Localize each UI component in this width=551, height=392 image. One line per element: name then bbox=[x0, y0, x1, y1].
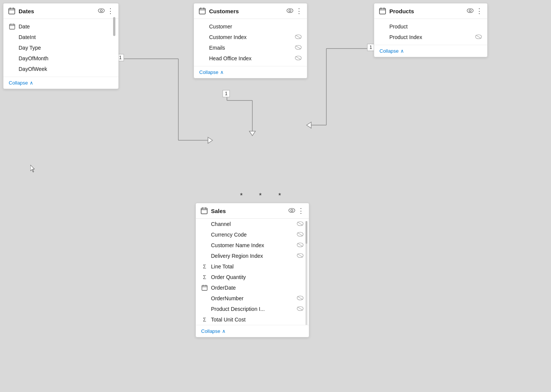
products-collapse[interactable]: Collapse ∧ bbox=[374, 45, 487, 57]
svg-text:*: * bbox=[240, 192, 242, 199]
svg-line-40 bbox=[296, 45, 301, 49]
customers-more-icon[interactable]: ⋮ bbox=[296, 8, 302, 14]
sigma-icon-tuc: Σ bbox=[201, 317, 208, 323]
field-dayofmonth: DayOfMonth bbox=[3, 53, 118, 64]
svg-point-26 bbox=[100, 9, 102, 11]
field-line-total: Σ Line Total bbox=[196, 261, 309, 272]
field-currency-code: Currency Code bbox=[196, 229, 309, 240]
field-line-total-label: Line Total bbox=[211, 263, 304, 270]
field-customer-label: Customer bbox=[209, 24, 302, 30]
calendar-icon bbox=[9, 24, 16, 30]
products-eye-icon[interactable] bbox=[467, 8, 474, 14]
field-currency-code-label: Currency Code bbox=[211, 232, 294, 238]
sigma-icon-order-quantity: Σ bbox=[201, 274, 208, 280]
dates-collapse[interactable]: Collapse ∧ bbox=[3, 77, 118, 89]
products-header: Products ⋮ bbox=[374, 3, 487, 19]
product-desc-hidden-icon bbox=[297, 306, 304, 312]
field-product-desc: Product Description I... bbox=[196, 304, 309, 314]
dates-table-icon bbox=[8, 7, 16, 15]
emails-hidden-icon bbox=[295, 45, 302, 51]
customers-header-icons: ⋮ bbox=[287, 8, 302, 14]
field-product-desc-label: Product Description I... bbox=[211, 306, 294, 312]
svg-text:1: 1 bbox=[119, 55, 122, 60]
field-order-quantity-label: Order Quantity bbox=[211, 274, 304, 280]
customers-table: Customers ⋮ Customer Customer Index bbox=[194, 3, 307, 78]
sales-more-icon[interactable]: ⋮ bbox=[298, 207, 304, 214]
products-body: Product Product Index bbox=[374, 19, 487, 45]
svg-line-50 bbox=[476, 35, 481, 38]
sales-header: Sales ⋮ bbox=[196, 203, 309, 219]
sales-collapse[interactable]: Collapse ∧ bbox=[196, 325, 309, 337]
scrollbar bbox=[113, 17, 115, 36]
sales-collapse-label: Collapse bbox=[201, 328, 220, 334]
field-product-index: Product Index bbox=[374, 32, 487, 42]
sales-collapse-chevron: ∧ bbox=[222, 328, 226, 334]
svg-point-35 bbox=[287, 8, 293, 13]
svg-line-60 bbox=[298, 232, 303, 236]
sales-table-icon bbox=[200, 207, 208, 215]
dates-collapse-label: Collapse bbox=[9, 80, 28, 86]
head-office-hidden-icon bbox=[295, 55, 302, 62]
field-emails-label: Emails bbox=[209, 45, 292, 51]
field-customer-index: Customer Index bbox=[194, 32, 307, 42]
product-index-hidden-icon bbox=[475, 34, 482, 41]
channel-hidden-icon bbox=[297, 221, 304, 227]
svg-line-72 bbox=[298, 307, 303, 310]
products-table: Products ⋮ Product Product Index bbox=[374, 3, 488, 57]
customers-body: Customer Customer Index Emails bbox=[194, 19, 307, 66]
field-orderdate: OrderDate bbox=[196, 282, 309, 293]
customers-header: Customers ⋮ bbox=[194, 3, 307, 19]
sales-scrollbar-thumb bbox=[305, 221, 307, 244]
field-dateint-label: DateInt bbox=[19, 34, 113, 40]
dates-body: Date DateInt Day Type DayOfMonth DayOfWe… bbox=[3, 19, 118, 77]
field-delivery-region-index-label: Delivery Region Index bbox=[211, 253, 294, 259]
svg-point-48 bbox=[469, 9, 471, 11]
customer-name-index-hidden-icon bbox=[297, 242, 304, 249]
field-customer-index-label: Customer Index bbox=[209, 34, 292, 40]
customers-title: Customers bbox=[209, 8, 283, 14]
svg-line-58 bbox=[298, 222, 303, 225]
customers-collapse-label: Collapse bbox=[199, 69, 219, 75]
dates-more-icon[interactable]: ⋮ bbox=[107, 8, 114, 14]
svg-text:1: 1 bbox=[225, 91, 228, 96]
ordernumber-hidden-icon bbox=[297, 295, 304, 302]
dates-collapse-chevron: ∧ bbox=[30, 80, 33, 86]
products-title: Products bbox=[389, 8, 464, 14]
sales-body: Channel Currency Code Customer Name Inde… bbox=[196, 219, 309, 325]
svg-point-55 bbox=[289, 208, 295, 212]
delivery-region-index-hidden-icon bbox=[297, 253, 304, 259]
svg-point-25 bbox=[98, 8, 104, 13]
products-more-icon[interactable]: ⋮ bbox=[476, 8, 483, 14]
sales-header-icons: ⋮ bbox=[288, 207, 304, 214]
sales-eye-icon[interactable] bbox=[288, 208, 295, 214]
field-total-unit-cost-label: Total Unit Cost bbox=[211, 317, 304, 323]
products-collapse-chevron: ∧ bbox=[400, 48, 404, 54]
field-total-unit-cost: Σ Total Unit Cost bbox=[196, 314, 309, 325]
field-customer-name-index: Customer Name Index bbox=[196, 240, 309, 251]
svg-point-47 bbox=[467, 8, 473, 13]
customers-table-icon bbox=[198, 7, 206, 15]
field-dayofmonth-label: DayOfMonth bbox=[19, 55, 113, 61]
sales-title: Sales bbox=[211, 208, 285, 214]
customers-collapse-chevron: ∧ bbox=[220, 69, 224, 75]
field-product-label: Product bbox=[389, 24, 482, 30]
svg-rect-51 bbox=[201, 208, 207, 214]
field-ordernumber-label: OrderNumber bbox=[211, 295, 294, 301]
field-orderdate-label: OrderDate bbox=[211, 285, 304, 291]
dates-table: Dates ⋮ Date bbox=[3, 3, 119, 89]
calendar-icon-orderdate bbox=[201, 285, 208, 291]
svg-rect-31 bbox=[199, 8, 205, 14]
field-channel-label: Channel bbox=[211, 221, 294, 227]
field-delivery-region-index: Delivery Region Index bbox=[196, 251, 309, 261]
field-dayofweek: DayOfWeek bbox=[3, 64, 118, 74]
dates-title: Dates bbox=[19, 8, 95, 14]
svg-text:1: 1 bbox=[370, 45, 372, 50]
field-head-office-index: Head Office Index bbox=[194, 53, 307, 64]
products-table-icon bbox=[379, 7, 386, 15]
dates-header-icons: ⋮ bbox=[98, 8, 114, 14]
products-collapse-label: Collapse bbox=[379, 48, 399, 54]
customers-eye-icon[interactable] bbox=[287, 8, 293, 14]
dates-eye-icon[interactable] bbox=[98, 8, 105, 14]
customers-collapse[interactable]: Collapse ∧ bbox=[194, 66, 307, 78]
dates-header: Dates ⋮ bbox=[3, 3, 118, 19]
